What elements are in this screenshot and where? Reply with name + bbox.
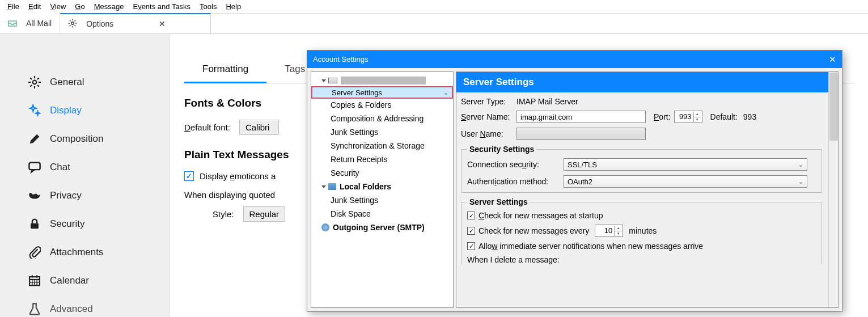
sidebar-label: Advanced bbox=[50, 303, 93, 315]
tree-security[interactable]: Security bbox=[311, 166, 453, 180]
security-legend: Security Settings bbox=[467, 145, 536, 154]
sidebar-label: Chat bbox=[50, 162, 70, 173]
lock-icon bbox=[28, 218, 41, 230]
svg-line-6 bbox=[70, 20, 71, 21]
tree-junk[interactable]: Junk Settings bbox=[311, 125, 453, 139]
spin-buttons[interactable]: ▴▾ bbox=[693, 112, 701, 122]
sidebar-item-general[interactable]: General bbox=[17, 68, 161, 96]
default-font-combo[interactable]: Calibri bbox=[239, 120, 279, 135]
svg-point-1 bbox=[71, 22, 74, 24]
allow-notify-checkbox[interactable] bbox=[467, 242, 475, 250]
svg-rect-20 bbox=[31, 223, 39, 229]
check-every-checkbox[interactable] bbox=[467, 227, 475, 235]
server-fieldset: Server Settings Check for new messages a… bbox=[461, 197, 822, 264]
tab-label: All Mail bbox=[26, 19, 52, 28]
menu-view[interactable]: View bbox=[45, 1, 70, 12]
mail-icon bbox=[328, 78, 337, 83]
chevron-down-icon[interactable] bbox=[321, 79, 326, 82]
pencil-icon bbox=[28, 133, 41, 145]
tab-close-icon[interactable]: ✕ bbox=[159, 19, 166, 28]
sidebar-label: General bbox=[50, 77, 84, 88]
menu-help[interactable]: Help bbox=[221, 1, 245, 12]
default-port-label: Default: bbox=[710, 112, 738, 121]
options-sidebar: General Display Composition Chat Privacy… bbox=[0, 34, 170, 317]
sidebar-item-privacy[interactable]: Privacy bbox=[17, 181, 161, 210]
menu-file[interactable]: File bbox=[3, 1, 24, 12]
tab-all-mail[interactable]: All Mail bbox=[0, 13, 60, 33]
sidebar-item-composition[interactable]: Composition bbox=[17, 125, 161, 153]
tree-receipts[interactable]: Return Receipts bbox=[311, 153, 453, 166]
check-startup-checkbox[interactable] bbox=[467, 212, 475, 219]
tree-disk[interactable]: Disk Space bbox=[311, 207, 453, 221]
check-every-label: Check for new messages every bbox=[479, 226, 589, 235]
style-combo[interactable]: Regular bbox=[243, 206, 286, 222]
default-port-value: 993 bbox=[743, 112, 756, 121]
sidebar-item-calendar[interactable]: Calendar bbox=[17, 267, 161, 295]
tree-server-settings[interactable]: Server Settings bbox=[311, 86, 453, 99]
delete-label: When I delete a message: bbox=[467, 255, 560, 264]
auth-select[interactable]: OAuth2 bbox=[564, 175, 807, 188]
check-every-input[interactable]: 10 ▴▾ bbox=[595, 225, 623, 237]
subtab-formatting[interactable]: Formatting bbox=[184, 57, 266, 83]
sidebar-item-security[interactable]: Security bbox=[17, 210, 161, 238]
account-tree[interactable]: Server Settings Copies & Folders Composi… bbox=[311, 71, 454, 308]
menu-events[interactable]: Events and Tasks bbox=[128, 1, 195, 12]
menu-edit[interactable]: Edit bbox=[24, 1, 45, 12]
panel-heading: Server Settings bbox=[456, 72, 829, 92]
connection-select[interactable]: SSL/TLS bbox=[564, 158, 807, 171]
sidebar-label: Display bbox=[50, 105, 82, 116]
menu-bar: File Edit View Go Message Events and Tas… bbox=[0, 0, 868, 14]
security-fieldset: Security Settings Connection security: S… bbox=[461, 145, 822, 193]
dialog-title: Account Settings bbox=[313, 55, 369, 64]
account-name-redacted bbox=[341, 77, 426, 84]
port-label: Port: bbox=[654, 112, 671, 121]
server-name-input[interactable] bbox=[516, 111, 646, 123]
sidebar-label: Privacy bbox=[50, 190, 82, 201]
svg-line-15 bbox=[30, 78, 32, 79]
svg-line-7 bbox=[75, 25, 76, 26]
dialog-titlebar[interactable]: Account Settings ✕ bbox=[307, 50, 842, 68]
connection-label: Connection security: bbox=[467, 160, 564, 169]
globe-icon bbox=[321, 223, 329, 231]
mask-icon bbox=[28, 189, 41, 202]
tree-composition[interactable]: Composition & Addressing bbox=[311, 112, 453, 125]
emoticons-checkbox[interactable] bbox=[184, 171, 194, 181]
tree-copies[interactable]: Copies & Folders bbox=[311, 98, 453, 112]
sidebar-item-attachments[interactable]: Attachments bbox=[17, 238, 161, 267]
gear-icon bbox=[68, 19, 82, 29]
chevron-down-icon[interactable] bbox=[321, 185, 326, 188]
allow-notify-label: Allow immediate server notifications whe… bbox=[479, 242, 703, 251]
svg-point-10 bbox=[33, 81, 37, 84]
menu-message[interactable]: Message bbox=[90, 1, 129, 12]
default-font-label: Default font: bbox=[184, 122, 230, 132]
account-settings-dialog: Account Settings ✕ Server Settings Copie… bbox=[307, 50, 842, 312]
minutes-label: minutes bbox=[629, 226, 657, 235]
port-input[interactable]: 993 ▴▾ bbox=[674, 111, 702, 123]
tree-sync[interactable]: Synchronization & Storage bbox=[311, 139, 453, 153]
tree-smtp[interactable]: Outgoing Server (SMTP) bbox=[311, 221, 453, 234]
user-name-label: User Name: bbox=[461, 129, 516, 138]
tab-options[interactable]: Options ✕ bbox=[60, 13, 211, 33]
menu-go[interactable]: Go bbox=[70, 1, 89, 12]
menu-tools[interactable]: Tools bbox=[195, 1, 221, 12]
sidebar-item-display[interactable]: Display bbox=[17, 96, 161, 125]
scrollbar[interactable] bbox=[828, 72, 838, 307]
calendar-icon bbox=[28, 274, 41, 287]
tree-account[interactable] bbox=[311, 74, 453, 87]
svg-line-18 bbox=[37, 78, 39, 79]
sidebar-item-chat[interactable]: Chat bbox=[17, 153, 161, 181]
paperclip-icon bbox=[28, 246, 41, 259]
sidebar-label: Composition bbox=[50, 133, 104, 145]
svg-rect-19 bbox=[29, 163, 40, 170]
tree-junk2[interactable]: Junk Settings bbox=[311, 193, 453, 207]
tab-label: Options bbox=[86, 19, 113, 28]
check-startup-label: Check for new messages at startup bbox=[479, 211, 603, 220]
tree-local-folders[interactable]: Local Folders bbox=[311, 180, 453, 193]
close-icon[interactable]: ✕ bbox=[829, 54, 836, 65]
sidebar-item-advanced[interactable]: Advanced bbox=[17, 295, 161, 317]
user-name-input[interactable] bbox=[516, 128, 646, 140]
server-type-value: IMAP Mail Server bbox=[516, 97, 578, 106]
scrollbar-thumb[interactable] bbox=[829, 73, 838, 141]
spin-buttons[interactable]: ▴▾ bbox=[614, 226, 622, 236]
auth-label: Authentication method: bbox=[467, 177, 564, 186]
